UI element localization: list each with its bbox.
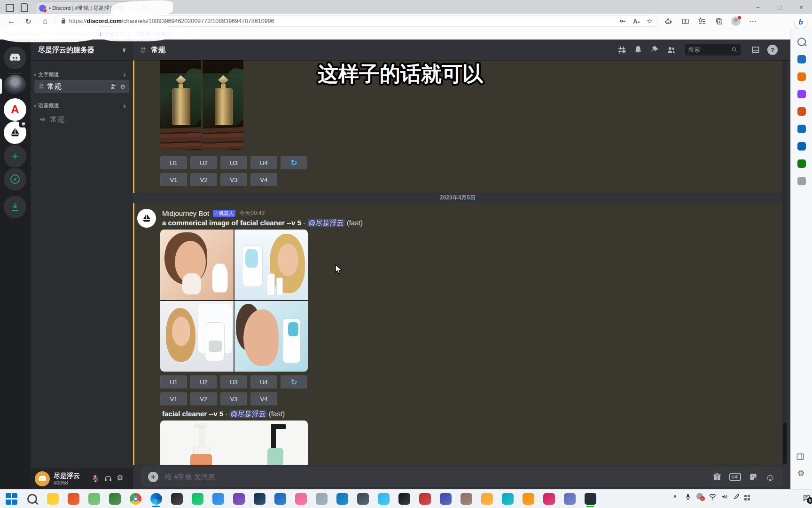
server-icon-game[interactable]: [4, 75, 26, 97]
search-box[interactable]: 搜索: [685, 44, 741, 56]
midjourney-image-grid-decanters[interactable]: [160, 60, 243, 150]
user-mention[interactable]: @尽是浮云: [229, 410, 266, 418]
taskbar-app-blue3[interactable]: [374, 491, 393, 506]
upscale-button-U2[interactable]: U2: [190, 375, 217, 389]
taskbar-app-blue[interactable]: [209, 491, 227, 506]
add-favorite-icon[interactable]: ☆: [647, 17, 653, 25]
taskbar-app-blue2[interactable]: [271, 491, 289, 506]
variation-button-V2[interactable]: V2: [190, 392, 217, 405]
taskbar-app-pink[interactable]: [291, 491, 310, 506]
member-list-icon[interactable]: [665, 44, 677, 56]
bing-discover-icon[interactable]: b: [794, 15, 807, 28]
user-mention[interactable]: @尽是浮云: [307, 219, 344, 227]
taskbar-start-button[interactable]: [2, 491, 21, 506]
gif-picker-icon[interactable]: GIF: [729, 473, 741, 481]
taskbar-app-w[interactable]: [539, 491, 558, 506]
sidebar-panel-icon[interactable]: [796, 452, 804, 461]
message-input-bar[interactable]: + 给 #常规 发消息 GIF ☺: [141, 467, 783, 487]
taskbar-app-purple[interactable]: [229, 491, 248, 506]
pinned-messages-icon[interactable]: [649, 44, 660, 56]
voice-channel-item[interactable]: 常规: [34, 113, 129, 126]
reroll-button-1[interactable]: ↻: [281, 156, 307, 169]
gift-icon[interactable]: [712, 472, 722, 482]
extensions-icon[interactable]: [663, 16, 674, 27]
variation-button-V3[interactable]: V3: [220, 173, 247, 186]
upscale-button-U4[interactable]: U4: [250, 156, 277, 169]
variation-button-V4[interactable]: V4: [250, 173, 277, 186]
read-aloud-icon[interactable]: A»: [633, 18, 640, 25]
help-icon[interactable]: ?: [767, 44, 778, 56]
tray-pen-icon[interactable]: [733, 493, 740, 500]
discord-home-button[interactable]: [4, 47, 26, 69]
upscale-button-U1[interactable]: U1: [160, 156, 187, 169]
notification-center-icon[interactable]: 5: [803, 494, 811, 502]
midjourney-image-grid-bottles[interactable]: [160, 421, 308, 465]
server-icon-adobe[interactable]: A: [4, 98, 26, 121]
collections-icon[interactable]: [713, 16, 725, 27]
window-close-button[interactable]: ×: [792, 0, 811, 14]
midjourney-bot-avatar[interactable]: [137, 209, 156, 228]
taskbar-app-orange[interactable]: [519, 491, 538, 506]
sidebar-onedrive-icon[interactable]: [791, 137, 812, 155]
taskbar-app-edge[interactable]: [147, 491, 165, 506]
create-channel-icon[interactable]: +: [122, 102, 126, 110]
taskbar-app-ps[interactable]: [250, 491, 269, 506]
tray-sync-error-icon[interactable]: ×: [696, 493, 703, 500]
upscale-button-U1[interactable]: U1: [160, 375, 187, 389]
password-key-icon[interactable]: [619, 17, 626, 25]
sidebar-games-icon[interactable]: [791, 85, 812, 103]
variation-button-V4[interactable]: V4: [250, 392, 277, 405]
window-minimize-button[interactable]: −: [749, 0, 767, 14]
threads-icon[interactable]: [616, 44, 627, 56]
attach-plus-icon[interactable]: +: [148, 472, 158, 482]
variation-button-V2[interactable]: V2: [190, 173, 217, 186]
browser-settings-more-icon[interactable]: ⋯: [747, 16, 758, 27]
taskbar-app-wechat[interactable]: [188, 491, 207, 506]
window-maximize-button[interactable]: □: [770, 0, 789, 14]
tray-chevron-icon[interactable]: ∧: [673, 493, 677, 500]
midjourney-image-grid-facial-cleaner[interactable]: [160, 230, 308, 372]
create-invite-icon[interactable]: [109, 83, 117, 90]
variation-button-V1[interactable]: V1: [160, 392, 187, 405]
add-server-button[interactable]: +: [4, 145, 26, 167]
taskbar-app-gray[interactable]: [312, 491, 331, 506]
upscale-button-U2[interactable]: U2: [190, 156, 217, 169]
mic-muted-icon[interactable]: [91, 474, 100, 483]
upscale-button-U3[interactable]: U3: [220, 156, 247, 169]
tray-wifi-icon[interactable]: [709, 493, 717, 500]
tray-volume-icon[interactable]: [721, 493, 729, 500]
browser-profile-avatar[interactable]: [730, 16, 742, 27]
channel-settings-icon[interactable]: ⚙: [120, 83, 125, 90]
taskbar-app-tools[interactable]: [457, 491, 476, 506]
taskbar-app-blue4[interactable]: [436, 491, 455, 506]
server-header[interactable]: 尽是浮云的服务器 ∨: [31, 40, 133, 60]
variation-button-V3[interactable]: V3: [220, 392, 247, 405]
channel-item-changgui[interactable]: # 常规 ⚙: [34, 80, 129, 93]
taskbar-app-black[interactable]: [395, 491, 414, 506]
tray-ime-icon[interactable]: [744, 495, 750, 500]
taskbar-app-ae[interactable]: [560, 491, 579, 506]
explore-servers-button[interactable]: [4, 168, 26, 190]
vertical-tabs-icon[interactable]: [21, 3, 28, 12]
server-icon-midjourney[interactable]: [4, 121, 26, 144]
upscale-button-U3[interactable]: U3: [220, 375, 247, 389]
taskbar-app-red[interactable]: [64, 491, 83, 506]
taskbar-app-green[interactable]: [105, 491, 124, 506]
taskbar-app-compass[interactable]: [498, 491, 517, 506]
sidebar-shopping-icon[interactable]: [791, 50, 812, 68]
sidebar-add-icon[interactable]: [791, 172, 812, 190]
favorites-icon[interactable]: [696, 16, 708, 27]
taskbar-app-folder[interactable]: [477, 491, 496, 506]
reroll-button-2[interactable]: ↻: [281, 375, 307, 389]
taskbar-app-files[interactable]: [43, 491, 62, 506]
split-screen-icon[interactable]: [679, 16, 691, 27]
variation-button-V1[interactable]: V1: [160, 173, 187, 186]
sidebar-search-icon[interactable]: [791, 33, 812, 50]
bot-username[interactable]: Midjourney Bot: [162, 209, 209, 217]
create-channel-icon[interactable]: +: [122, 71, 126, 79]
sidebar-outlook-icon[interactable]: [791, 120, 812, 137]
chat-scrollbar-thumb[interactable]: [783, 422, 787, 464]
sidebar-tools-icon[interactable]: [791, 68, 812, 85]
taskbar-app-chrome[interactable]: [126, 491, 145, 506]
category-text-channels[interactable]: ∨ 文字频道 +: [33, 71, 130, 79]
